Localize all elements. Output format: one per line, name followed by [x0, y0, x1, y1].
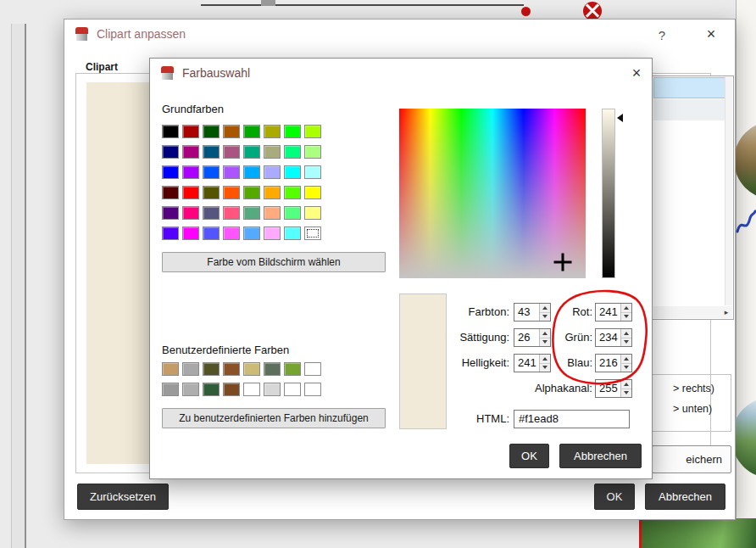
green-value[interactable]: 234	[596, 329, 620, 346]
basic-color-swatch[interactable]	[203, 145, 220, 159]
horizontal-scrollbar[interactable]: ▸	[653, 306, 732, 318]
luminance-slider-arrow[interactable]	[617, 114, 623, 122]
green-spin-up[interactable]	[621, 329, 631, 338]
basic-color-swatch[interactable]	[162, 165, 179, 179]
basic-color-swatch[interactable]	[264, 165, 281, 179]
option-fragment-rechts[interactable]: > rechts)	[673, 383, 714, 394]
red-spinbox[interactable]: 241	[595, 303, 632, 322]
custom-color-swatch[interactable]	[203, 362, 220, 376]
alpha-spin-down[interactable]	[621, 389, 631, 398]
basic-color-swatch[interactable]	[223, 145, 240, 159]
option-fragment-unten[interactable]: > unten)	[673, 403, 712, 415]
blue-spinbox[interactable]: 216	[595, 354, 632, 372]
basic-color-swatch[interactable]	[162, 186, 179, 199]
basic-color-swatch[interactable]	[223, 226, 240, 240]
basic-color-swatch[interactable]	[243, 206, 260, 220]
basic-color-swatch[interactable]	[182, 206, 199, 220]
green-spin-down[interactable]	[621, 338, 631, 347]
color-dialog-titlebar[interactable]: Farbauswahl ×	[150, 59, 652, 87]
green-spinbox[interactable]: 234	[595, 328, 632, 347]
custom-color-swatch[interactable]	[243, 383, 260, 396]
custom-color-swatch[interactable]	[304, 362, 321, 376]
basic-color-swatch[interactable]	[243, 165, 260, 179]
basic-color-swatch[interactable]	[284, 206, 301, 220]
basic-color-swatch[interactable]	[264, 145, 281, 159]
basic-color-swatch[interactable]	[182, 226, 199, 240]
basic-color-swatch[interactable]	[243, 186, 260, 199]
custom-color-swatch[interactable]	[203, 383, 220, 396]
basic-color-swatch[interactable]	[203, 125, 220, 138]
basic-color-swatch[interactable]	[223, 206, 240, 220]
alpha-spinbox[interactable]: 255	[595, 379, 632, 398]
color-crosshair[interactable]	[554, 254, 572, 271]
basic-color-swatch[interactable]	[223, 186, 240, 199]
red-spin-down[interactable]	[621, 312, 631, 322]
scroll-right-arrow[interactable]: ▸	[720, 306, 732, 318]
basic-color-swatch[interactable]	[304, 186, 321, 199]
luminance-slider[interactable]	[602, 109, 615, 278]
custom-color-swatch[interactable]	[304, 383, 321, 396]
basic-color-swatch[interactable]	[264, 125, 281, 138]
clipart-dialog-titlebar[interactable]: Clipart anpassen ? ×	[64, 20, 735, 48]
close-button[interactable]: ×	[703, 26, 720, 42]
basic-color-swatch[interactable]	[223, 165, 240, 179]
basic-color-swatch[interactable]	[223, 125, 240, 138]
basic-color-swatch[interactable]	[182, 165, 199, 179]
help-button[interactable]: ?	[653, 28, 670, 43]
html-input[interactable]: #f1ead8	[514, 410, 630, 428]
color-cancel-button[interactable]: Abbrechen	[559, 444, 642, 468]
basic-color-swatch[interactable]	[203, 226, 220, 240]
ok-button[interactable]: OK	[594, 484, 635, 510]
list-item[interactable]	[653, 99, 726, 120]
vertical-scrollbar[interactable]	[725, 77, 732, 305]
basic-color-swatch[interactable]	[304, 165, 321, 179]
alpha-spin-up[interactable]	[621, 380, 631, 389]
basic-color-swatch[interactable]	[264, 186, 281, 199]
basic-color-swatch[interactable]	[182, 186, 199, 199]
basic-color-swatch[interactable]	[162, 145, 179, 159]
basic-color-swatch[interactable]	[162, 206, 179, 220]
color-ok-button[interactable]: OK	[509, 444, 549, 468]
custom-color-swatch[interactable]	[182, 362, 199, 376]
basic-color-swatch[interactable]	[162, 226, 179, 240]
basic-color-swatch[interactable]	[264, 226, 281, 240]
basic-color-swatch[interactable]	[243, 125, 260, 138]
basic-color-swatch[interactable]	[243, 226, 260, 240]
custom-color-swatch[interactable]	[223, 362, 240, 376]
basic-color-swatch[interactable]	[284, 125, 301, 138]
red-value[interactable]: 241	[596, 304, 620, 321]
alpha-value[interactable]: 255	[596, 380, 620, 397]
basic-color-swatch[interactable]	[203, 186, 220, 199]
cancel-button[interactable]: Abbrechen	[645, 484, 725, 510]
custom-color-swatch[interactable]	[243, 362, 260, 376]
hue-saturation-map[interactable]	[399, 109, 586, 278]
blue-spin-up[interactable]	[621, 355, 631, 363]
basic-color-swatch[interactable]	[203, 165, 220, 179]
basic-color-swatch[interactable]	[284, 145, 301, 159]
custom-color-swatch[interactable]	[162, 383, 179, 396]
basic-color-swatch[interactable]	[162, 125, 179, 138]
list-item-selected[interactable]	[653, 77, 726, 98]
basic-color-swatch[interactable]	[284, 165, 301, 179]
custom-color-swatch[interactable]	[264, 362, 281, 376]
custom-color-swatch[interactable]	[264, 383, 281, 396]
color-dialog-close-button[interactable]: ×	[628, 65, 645, 81]
custom-color-swatch[interactable]	[162, 362, 179, 376]
custom-color-swatch[interactable]	[284, 383, 301, 396]
add-custom-color-button[interactable]: Zu benutzerdefinierten Farben hinzufügen	[162, 408, 386, 428]
basic-color-swatch[interactable]	[243, 145, 260, 159]
custom-color-swatch[interactable]	[223, 383, 240, 396]
pick-screen-color-button[interactable]: Farbe vom Bildschirm wählen	[162, 252, 386, 272]
basic-color-swatch[interactable]	[304, 226, 321, 240]
blue-spin-down[interactable]	[621, 363, 631, 372]
basic-color-swatch[interactable]	[304, 125, 321, 138]
basic-color-swatch[interactable]	[203, 206, 220, 220]
reset-button[interactable]: Zurücksetzen	[77, 484, 169, 510]
custom-color-swatch[interactable]	[182, 383, 199, 396]
basic-color-swatch[interactable]	[182, 145, 199, 159]
basic-color-swatch[interactable]	[264, 206, 281, 220]
red-spin-up[interactable]	[621, 304, 631, 312]
basic-color-swatch[interactable]	[304, 206, 321, 220]
custom-color-swatch[interactable]	[284, 362, 301, 376]
basic-color-swatch[interactable]	[182, 125, 199, 138]
